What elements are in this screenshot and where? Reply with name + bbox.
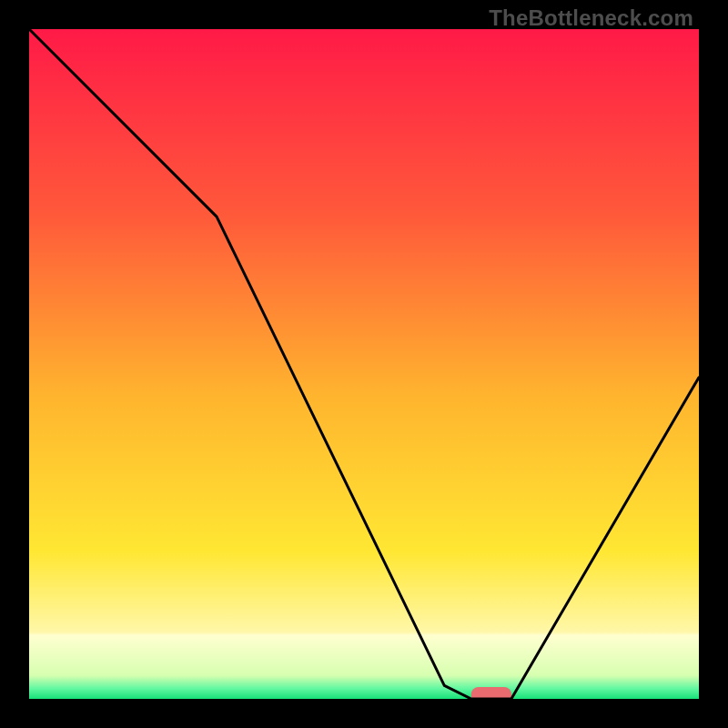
chart-area <box>29 29 699 699</box>
watermark-text: TheBottleneck.com <box>489 5 693 31</box>
optimal-marker <box>471 687 511 699</box>
chart-svg <box>29 29 699 699</box>
